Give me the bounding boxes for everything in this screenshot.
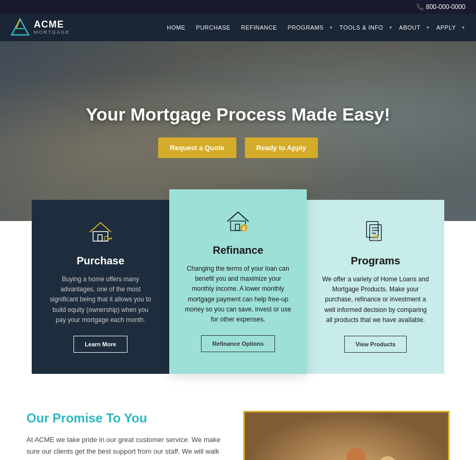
promise-section: Our Promise To You At ACME we take pride… bbox=[0, 384, 476, 460]
promise-team-photo bbox=[245, 412, 450, 460]
cards-section: Purchase Buying a home offers many advan… bbox=[0, 189, 476, 374]
nav-tools[interactable]: TOOLS & INFO ▼ bbox=[335, 21, 393, 34]
brand-sub: MORTGAGE bbox=[34, 30, 70, 35]
learn-more-button[interactable]: Learn More bbox=[74, 336, 127, 353]
main-nav: HOME PURCHASE REFINANCE PROGRAMS ▼ TOOLS… bbox=[163, 21, 465, 34]
logo-icon bbox=[11, 18, 30, 37]
svg-text:$: $ bbox=[242, 226, 245, 231]
top-bar: 📞 800-000-0000 bbox=[0, 0, 476, 14]
programs-arrow-icon: ▼ bbox=[329, 25, 333, 30]
svg-rect-10 bbox=[235, 224, 240, 231]
nav-programs[interactable]: PROGRAMS ▼ bbox=[283, 21, 333, 34]
nav-apply-link[interactable]: APPLY bbox=[432, 21, 460, 34]
nav-refinance[interactable]: REFINANCE bbox=[237, 21, 281, 34]
phone-number: 800-000-0000 bbox=[426, 3, 465, 11]
nav-programs-link[interactable]: PROGRAMS bbox=[283, 21, 328, 34]
svg-line-1 bbox=[16, 19, 20, 29]
refinance-card: $ Refinance Changing the terms of your l… bbox=[169, 189, 307, 374]
tools-arrow-icon: ▼ bbox=[389, 25, 393, 30]
promise-heading: Our Promise To You bbox=[26, 411, 222, 426]
ready-to-apply-button[interactable]: Ready to Apply bbox=[245, 137, 318, 158]
svg-rect-14 bbox=[370, 225, 381, 241]
refinance-icon: $ bbox=[184, 205, 292, 237]
nav-about[interactable]: ABOUT ▼ bbox=[395, 21, 430, 34]
apply-arrow-icon: ▼ bbox=[461, 25, 465, 30]
purchase-icon bbox=[47, 216, 154, 247]
request-quote-button[interactable]: Request a Quote bbox=[158, 137, 236, 158]
svg-marker-0 bbox=[12, 19, 29, 35]
programs-card: Programs We offer a variety of Home Loan… bbox=[307, 200, 444, 374]
svg-rect-20 bbox=[245, 412, 450, 460]
nav-apply[interactable]: APPLY ▼ bbox=[432, 21, 465, 34]
logo-text: ACME MORTGAGE bbox=[34, 20, 70, 35]
purchase-description: Buying a home offers many advantages, on… bbox=[47, 274, 154, 325]
purchase-card: Purchase Buying a home offers many advan… bbox=[32, 200, 169, 374]
refinance-description: Changing the terms of your loan can bene… bbox=[184, 264, 292, 325]
svg-point-29 bbox=[379, 456, 397, 460]
phone-icon: 📞 bbox=[416, 3, 424, 11]
header: ACME MORTGAGE HOME PURCHASE REFINANCE PR… bbox=[0, 14, 476, 41]
hero-headline: Your Mortgage Process Made Easy! bbox=[86, 104, 390, 125]
brand-name: ACME bbox=[34, 20, 70, 30]
hero-buttons: Request a Quote Ready to Apply bbox=[86, 137, 390, 158]
svg-rect-4 bbox=[98, 235, 102, 241]
promise-image bbox=[243, 411, 450, 460]
logo-area[interactable]: ACME MORTGAGE bbox=[11, 18, 70, 37]
purchase-title: Purchase bbox=[47, 255, 154, 267]
programs-description: We offer a variety of Home Loans and Mor… bbox=[322, 274, 429, 325]
promise-body: At ACME we take pride in our great custo… bbox=[26, 434, 222, 460]
programs-icon bbox=[322, 216, 429, 247]
programs-doc-icon bbox=[361, 217, 390, 246]
about-arrow-icon: ▼ bbox=[426, 25, 430, 30]
nav-tools-link[interactable]: TOOLS & INFO bbox=[335, 21, 388, 34]
svg-point-27 bbox=[346, 448, 365, 460]
promise-text: Our Promise To You At ACME we take pride… bbox=[26, 411, 222, 460]
hero-content: Your Mortgage Process Made Easy! Request… bbox=[86, 104, 390, 158]
view-products-button[interactable]: View Products bbox=[344, 336, 407, 353]
purchase-house-icon bbox=[86, 217, 115, 246]
programs-title: Programs bbox=[322, 255, 429, 267]
refinance-title: Refinance bbox=[184, 244, 292, 256]
nav-home[interactable]: HOME bbox=[163, 21, 190, 34]
refinance-house-icon: $ bbox=[224, 207, 253, 236]
nav-purchase[interactable]: PURCHASE bbox=[192, 21, 235, 34]
refinance-options-button[interactable]: Refinance Options bbox=[201, 335, 274, 352]
nav-about-link[interactable]: ABOUT bbox=[395, 21, 425, 34]
